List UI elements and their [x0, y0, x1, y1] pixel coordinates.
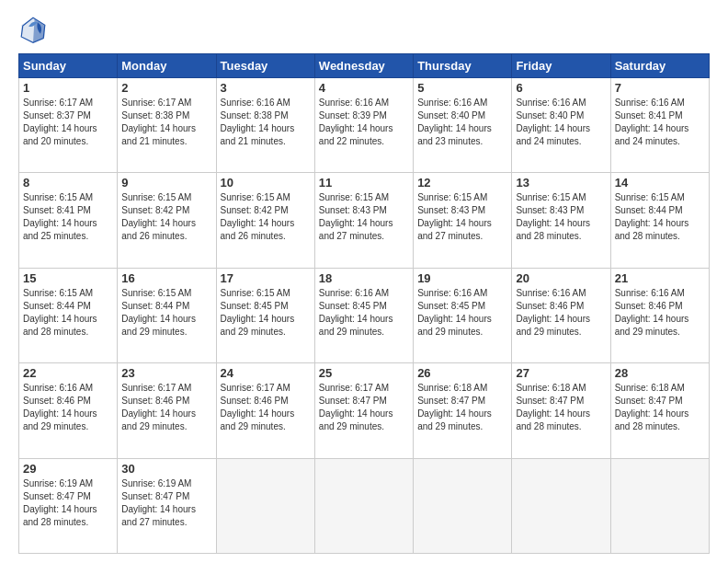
day-number: 24 — [221, 366, 311, 380]
day-header-wednesday: Wednesday — [314, 54, 413, 78]
day-number: 12 — [417, 176, 507, 190]
day-number: 4 — [319, 81, 409, 95]
calendar-week-4: 22Sunrise: 6:16 AM Sunset: 8:46 PM Dayli… — [19, 363, 710, 458]
day-info: Sunrise: 6:19 AM Sunset: 8:47 PM Dayligh… — [121, 477, 211, 529]
day-header-sunday: Sunday — [19, 54, 118, 78]
header — [18, 15, 710, 44]
day-number: 2 — [121, 81, 211, 95]
day-number: 17 — [221, 271, 311, 285]
empty-cell — [216, 458, 314, 553]
calendar-day-9: 9Sunrise: 6:15 AM Sunset: 8:42 PM Daylig… — [118, 173, 216, 268]
calendar-day-17: 17Sunrise: 6:15 AM Sunset: 8:45 PM Dayli… — [216, 268, 314, 362]
calendar-day-5: 5Sunrise: 6:16 AM Sunset: 8:40 PM Daylig… — [414, 78, 512, 173]
calendar-day-7: 7Sunrise: 6:16 AM Sunset: 8:41 PM Daylig… — [610, 78, 709, 173]
calendar-day-27: 27Sunrise: 6:18 AM Sunset: 8:47 PM Dayli… — [512, 363, 610, 458]
day-number: 18 — [319, 271, 409, 285]
calendar-header: SundayMondayTuesdayWednesdayThursdayFrid… — [19, 54, 710, 78]
day-number: 6 — [516, 81, 606, 95]
day-info: Sunrise: 6:16 AM Sunset: 8:46 PM Dayligh… — [615, 287, 705, 339]
calendar-day-22: 22Sunrise: 6:16 AM Sunset: 8:46 PM Dayli… — [19, 363, 118, 458]
day-info: Sunrise: 6:16 AM Sunset: 8:39 PM Dayligh… — [319, 97, 409, 148]
day-number: 27 — [516, 366, 606, 380]
calendar-day-14: 14Sunrise: 6:15 AM Sunset: 8:44 PM Dayli… — [610, 173, 709, 268]
calendar-day-19: 19Sunrise: 6:16 AM Sunset: 8:45 PM Dayli… — [414, 268, 512, 362]
calendar-day-29: 29Sunrise: 6:19 AM Sunset: 8:47 PM Dayli… — [19, 458, 118, 553]
calendar-day-2: 2Sunrise: 6:17 AM Sunset: 8:38 PM Daylig… — [118, 78, 216, 173]
calendar-week-2: 8Sunrise: 6:15 AM Sunset: 8:41 PM Daylig… — [19, 173, 710, 268]
day-info: Sunrise: 6:16 AM Sunset: 8:46 PM Dayligh… — [23, 382, 113, 433]
day-info: Sunrise: 6:17 AM Sunset: 8:37 PM Dayligh… — [23, 97, 113, 148]
day-info: Sunrise: 6:15 AM Sunset: 8:43 PM Dayligh… — [516, 191, 606, 243]
day-info: Sunrise: 6:15 AM Sunset: 8:44 PM Dayligh… — [23, 287, 113, 339]
day-number: 16 — [121, 271, 211, 285]
day-info: Sunrise: 6:15 AM Sunset: 8:42 PM Dayligh… — [121, 191, 211, 243]
day-info: Sunrise: 6:15 AM Sunset: 8:45 PM Dayligh… — [221, 287, 311, 339]
calendar-body: 1Sunrise: 6:17 AM Sunset: 8:37 PM Daylig… — [19, 78, 710, 554]
day-info: Sunrise: 6:16 AM Sunset: 8:45 PM Dayligh… — [417, 287, 507, 339]
day-number: 22 — [23, 366, 113, 380]
day-number: 13 — [516, 176, 606, 190]
calendar-day-16: 16Sunrise: 6:15 AM Sunset: 8:44 PM Dayli… — [118, 268, 216, 362]
calendar-day-10: 10Sunrise: 6:15 AM Sunset: 8:42 PM Dayli… — [216, 173, 314, 268]
day-number: 30 — [121, 462, 211, 476]
day-number: 28 — [615, 366, 705, 380]
day-number: 29 — [23, 462, 113, 476]
day-info: Sunrise: 6:18 AM Sunset: 8:47 PM Dayligh… — [417, 382, 507, 433]
empty-cell — [610, 458, 709, 553]
day-number: 23 — [121, 366, 211, 380]
calendar-day-28: 28Sunrise: 6:18 AM Sunset: 8:47 PM Dayli… — [610, 363, 709, 458]
day-info: Sunrise: 6:16 AM Sunset: 8:40 PM Dayligh… — [417, 97, 507, 148]
day-number: 7 — [615, 81, 705, 95]
day-info: Sunrise: 6:17 AM Sunset: 8:46 PM Dayligh… — [221, 382, 311, 433]
day-number: 19 — [417, 271, 507, 285]
empty-cell — [512, 458, 610, 553]
empty-cell — [314, 458, 413, 553]
calendar-day-18: 18Sunrise: 6:16 AM Sunset: 8:45 PM Dayli… — [314, 268, 413, 362]
calendar-day-11: 11Sunrise: 6:15 AM Sunset: 8:43 PM Dayli… — [314, 173, 413, 268]
day-info: Sunrise: 6:15 AM Sunset: 8:44 PM Dayligh… — [615, 191, 705, 243]
days-of-week-row: SundayMondayTuesdayWednesdayThursdayFrid… — [19, 54, 710, 78]
day-number: 15 — [23, 271, 113, 285]
day-info: Sunrise: 6:18 AM Sunset: 8:47 PM Dayligh… — [516, 382, 606, 433]
day-number: 14 — [615, 176, 705, 190]
day-number: 1 — [23, 81, 113, 95]
day-number: 9 — [121, 176, 211, 190]
logo-icon — [18, 15, 48, 44]
logo — [18, 15, 51, 44]
calendar-day-4: 4Sunrise: 6:16 AM Sunset: 8:39 PM Daylig… — [314, 78, 413, 173]
day-info: Sunrise: 6:15 AM Sunset: 8:42 PM Dayligh… — [221, 191, 311, 243]
day-info: Sunrise: 6:16 AM Sunset: 8:40 PM Dayligh… — [516, 97, 606, 148]
calendar-day-21: 21Sunrise: 6:16 AM Sunset: 8:46 PM Dayli… — [610, 268, 709, 362]
day-info: Sunrise: 6:17 AM Sunset: 8:46 PM Dayligh… — [121, 382, 211, 433]
day-info: Sunrise: 6:15 AM Sunset: 8:44 PM Dayligh… — [121, 287, 211, 339]
day-info: Sunrise: 6:15 AM Sunset: 8:43 PM Dayligh… — [319, 191, 409, 243]
day-number: 10 — [221, 176, 311, 190]
calendar-day-25: 25Sunrise: 6:17 AM Sunset: 8:47 PM Dayli… — [314, 363, 413, 458]
day-number: 11 — [319, 176, 409, 190]
calendar-day-20: 20Sunrise: 6:16 AM Sunset: 8:46 PM Dayli… — [512, 268, 610, 362]
calendar-day-23: 23Sunrise: 6:17 AM Sunset: 8:46 PM Dayli… — [118, 363, 216, 458]
calendar-day-24: 24Sunrise: 6:17 AM Sunset: 8:46 PM Dayli… — [216, 363, 314, 458]
day-info: Sunrise: 6:16 AM Sunset: 8:45 PM Dayligh… — [319, 287, 409, 339]
day-info: Sunrise: 6:16 AM Sunset: 8:38 PM Dayligh… — [221, 97, 311, 148]
day-header-tuesday: Tuesday — [216, 54, 314, 78]
day-info: Sunrise: 6:15 AM Sunset: 8:41 PM Dayligh… — [23, 191, 113, 243]
calendar-day-13: 13Sunrise: 6:15 AM Sunset: 8:43 PM Dayli… — [512, 173, 610, 268]
day-header-thursday: Thursday — [414, 54, 512, 78]
day-info: Sunrise: 6:17 AM Sunset: 8:47 PM Dayligh… — [319, 382, 409, 433]
empty-cell — [414, 458, 512, 553]
page: SundayMondayTuesdayWednesdayThursdayFrid… — [0, 0, 728, 563]
calendar-day-30: 30Sunrise: 6:19 AM Sunset: 8:47 PM Dayli… — [118, 458, 216, 553]
day-info: Sunrise: 6:17 AM Sunset: 8:38 PM Dayligh… — [121, 97, 211, 148]
day-info: Sunrise: 6:19 AM Sunset: 8:47 PM Dayligh… — [23, 477, 113, 529]
day-number: 8 — [23, 176, 113, 190]
day-number: 26 — [417, 366, 507, 380]
day-number: 21 — [615, 271, 705, 285]
day-info: Sunrise: 6:16 AM Sunset: 8:46 PM Dayligh… — [516, 287, 606, 339]
calendar-day-15: 15Sunrise: 6:15 AM Sunset: 8:44 PM Dayli… — [19, 268, 118, 362]
day-number: 5 — [417, 81, 507, 95]
day-info: Sunrise: 6:15 AM Sunset: 8:43 PM Dayligh… — [417, 191, 507, 243]
day-header-monday: Monday — [118, 54, 216, 78]
calendar-week-5: 29Sunrise: 6:19 AM Sunset: 8:47 PM Dayli… — [19, 458, 710, 553]
calendar-week-3: 15Sunrise: 6:15 AM Sunset: 8:44 PM Dayli… — [19, 268, 710, 362]
